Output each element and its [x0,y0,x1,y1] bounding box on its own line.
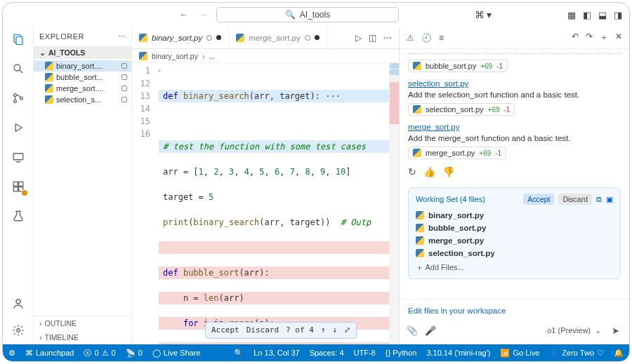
file-link[interactable]: selection_sort.py [408,79,468,88]
warning-icon[interactable]: ⚠ [407,33,414,43]
accounts-icon[interactable] [10,295,27,312]
ws-accept-button[interactable]: Accept [523,194,554,205]
chevron-down-icon: ⌄ [595,326,601,335]
thumbs-up-icon[interactable]: 👍 [423,166,435,177]
live-share-status[interactable]: ◯ Live Share [152,349,201,358]
ws-file-item[interactable]: merge_sort.py [416,234,613,247]
send-icon[interactable]: ➤ [608,323,622,337]
python-file-icon [416,224,424,232]
close-icon[interactable]: ✕ [615,32,622,43]
python-file-icon [139,52,147,60]
breadcrumb[interactable]: binary_sort.py › ... [132,49,399,63]
next-suggestion-icon[interactable]: ↓ [332,324,337,337]
settings-gear-icon[interactable] [10,322,27,339]
testing-icon[interactable] [10,208,27,224]
python-file-icon [416,211,424,220]
search-activity-icon[interactable] [10,60,27,77]
indent-status[interactable]: Spaces: 4 [310,349,344,358]
outline-section[interactable]: OUTLINE [34,316,131,330]
modified-indicator-icon [121,97,127,102]
tab-merge-sort[interactable]: merge_sort.py [229,27,327,48]
accept-button[interactable]: Accept [211,324,239,337]
thumbs-down-icon[interactable]: 👎 [442,166,454,177]
minimap[interactable] [389,63,399,344]
tab-binary-sort[interactable]: binary_sort.py [132,27,229,48]
new-chat-icon[interactable]: ＋ [600,32,608,43]
chevron-right-icon: › [202,52,205,60]
problems-status[interactable]: ⓧ 0 ⚠ 0 [84,348,115,358]
fold-icon[interactable]: › [156,65,163,77]
run-debug-icon[interactable] [10,119,27,136]
timeline-section[interactable]: TIMELINE [34,330,131,344]
redo-icon[interactable]: ↷ [586,32,593,43]
chevron-right-icon [39,333,42,342]
copilot-icon[interactable]: ⌘ ▾ [475,9,492,20]
ws-discard-button[interactable]: Discard [558,194,592,205]
retry-icon[interactable]: ↻ [408,166,416,177]
extensions-icon[interactable] [10,178,27,195]
python-file-icon [139,34,147,42]
prev-suggestion-icon[interactable]: ↑ [321,324,326,337]
command-center[interactable]: 🔍 AI_tools [216,7,399,22]
panel-left-icon[interactable]: ◧ [583,10,591,20]
remote-icon[interactable] [10,149,27,166]
undo-icon[interactable]: ↶ [572,32,579,43]
workspace-folder[interactable]: AI_TOOLS [34,46,131,59]
layout-customize-icon[interactable]: ▦ [567,10,576,20]
file-item[interactable]: bubble_sort... [34,72,131,83]
zoom-status[interactable]: 🔍 [234,349,244,358]
file-item[interactable]: merge_sort.... [34,83,131,94]
run-icon[interactable]: ▷ [355,33,362,43]
nav-back-icon[interactable]: ← [177,10,191,20]
file-label: selection_s... [56,95,101,104]
python-file-icon [413,62,421,70]
remote-indicator[interactable]: ⚙ [8,349,15,358]
panel-bottom-icon[interactable]: ⬓ [598,10,607,20]
file-item[interactable]: binary_sort.... [34,60,131,72]
ws-file-item[interactable]: selection_sort.py [416,247,613,259]
chat-more-icon[interactable]: ≡ [439,33,444,43]
code-content[interactable]: › def binary_search(arr, target): ··· # … [156,63,389,344]
search-text: AI_tools [300,10,330,20]
copy-icon[interactable]: ⧉ [596,195,602,204]
svg-rect-8 [13,154,23,160]
language-mode[interactable]: {} Python [386,349,417,358]
tab-label: binary_sort.py [152,34,202,42]
file-item[interactable]: selection_s... [34,94,131,105]
file-chip[interactable]: selection_sort.py+69-1 [408,103,515,116]
split-editor-icon[interactable]: ◫ [369,33,376,43]
source-control-icon[interactable] [10,90,27,107]
history-icon[interactable]: 🕘 [421,33,432,43]
open-icon[interactable]: ▣ [606,195,613,204]
nav-forward-icon[interactable]: → [197,10,211,20]
cursor-position[interactable]: Ln 13, Col 37 [254,349,299,358]
python-file-icon [416,236,424,245]
working-set-title: Working Set (4 files) [416,195,485,203]
theme-status[interactable]: 👤 Zero Two ♡ [549,349,604,358]
file-link[interactable]: merge_sort.py [408,123,460,131]
explorer-icon[interactable] [10,31,27,48]
file-chip[interactable]: merge_sort.py+69-1 [408,147,506,159]
svg-point-16 [16,329,20,332]
model-picker[interactable]: o1 (Preview)⌄ [547,326,601,335]
chevron-right-icon [39,319,42,328]
ws-file-item[interactable]: binary_sort.py [416,209,613,222]
ports-status[interactable]: 📡 0 [126,349,143,358]
expand-icon[interactable]: ⤢ [344,324,350,337]
mic-icon[interactable]: 🎤 [425,325,436,336]
discard-button[interactable]: Discard [246,324,279,337]
attach-icon[interactable]: 📎 [407,325,418,336]
encoding-status[interactable]: UTF-8 [354,349,376,358]
chat-input[interactable]: Edit files in your workspace [407,304,622,318]
tab-more-icon[interactable]: ⋯ [383,33,392,43]
launchpad-status[interactable]: ⌘ Launchpad [25,349,74,358]
file-chip[interactable]: bubble_sort.py+69-1 [408,60,508,72]
ws-file-item[interactable]: bubble_sort.py [416,222,613,234]
python-env[interactable]: 3.10.14 ('mini-rag') [426,349,490,358]
panel-right-icon[interactable]: ◨ [614,10,622,20]
explorer-more-icon[interactable]: ⋯ [118,32,126,41]
add-files-button[interactable]: ＋ Add Files... [416,259,613,273]
notifications-icon[interactable]: 🔔 [614,349,624,358]
code-editor[interactable]: 11213141516 › def binary_search(arr, tar… [132,63,399,344]
go-live-status[interactable]: 📶 Go Live [500,349,539,358]
